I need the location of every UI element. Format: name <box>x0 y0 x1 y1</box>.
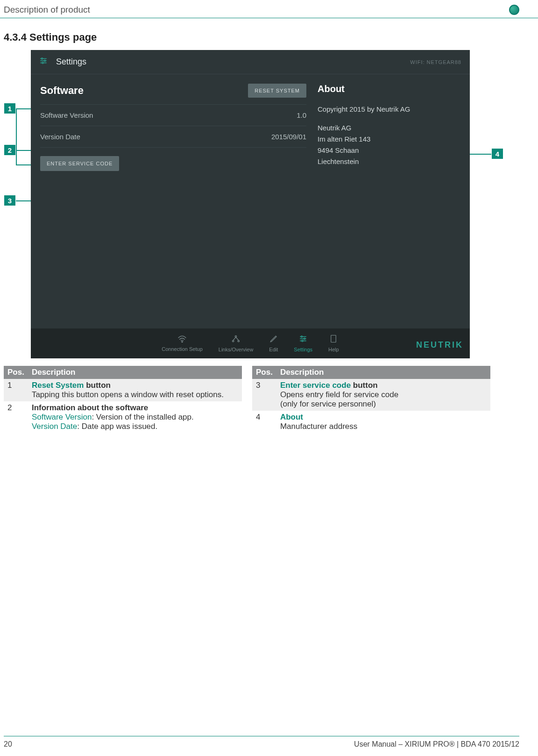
th-pos: Pos. <box>4 366 28 379</box>
callout-3: 3 <box>4 195 16 206</box>
table-row: 1 Reset System button Tapping this butto… <box>4 379 242 401</box>
callout-4: 4 <box>491 148 503 159</box>
screenshot-wrapper: 1 2 3 4 Settings WIFI: NETGEAR88 Softwar… <box>4 50 538 358</box>
sliders-icon <box>299 335 307 345</box>
app-title: Settings <box>56 57 86 67</box>
wifi-icon <box>177 335 187 345</box>
enter-service-code-button[interactable]: ENTER SERVICE CODE <box>40 156 119 171</box>
table-row: 4 About Manufacturer address <box>252 411 490 433</box>
svg-point-5 <box>42 62 43 64</box>
software-panel: Software RESET SYSTEM Software Version 1… <box>31 74 306 171</box>
about-text: Copyright 2015 by Neutrik AG Neutrik AG … <box>318 104 460 167</box>
nav-connection-setup[interactable]: Connection Setup <box>162 335 202 352</box>
svg-point-8 <box>233 340 234 342</box>
software-title: Software <box>40 85 84 97</box>
description-tables: Pos. Description 1 Reset System button T… <box>4 366 534 433</box>
row-label: Version Date <box>40 133 80 141</box>
brand-logo-icon <box>509 5 519 15</box>
section-heading: 4.3.4 Settings page <box>4 31 538 43</box>
about-title: About <box>318 84 460 94</box>
svg-rect-18 <box>331 335 336 342</box>
app-topbar: Settings WIFI: NETGEAR88 <box>31 50 470 74</box>
wifi-status: WIFI: NETGEAR88 <box>410 59 461 65</box>
description-table-left: Pos. Description 1 Reset System button T… <box>4 366 242 433</box>
th-desc: Description <box>28 366 242 379</box>
sliders-icon <box>39 57 48 67</box>
app-navbar: Connection Setup Links/Overview Edit Set… <box>31 328 470 358</box>
th-pos: Pos. <box>252 366 276 379</box>
svg-point-6 <box>182 342 183 342</box>
table-row: 2 Information about the software Softwar… <box>4 401 242 433</box>
row-label: Software Version <box>40 111 93 119</box>
about-panel: About Copyright 2015 by Neutrik AG Neutr… <box>306 74 470 171</box>
svg-point-1 <box>42 58 43 59</box>
callout-2: 2 <box>4 144 16 156</box>
svg-point-15 <box>304 338 305 340</box>
app-body: Software RESET SYSTEM Software Version 1… <box>31 74 470 171</box>
doc-id: User Manual – XIRIUM PRO® | BDA 470 2015… <box>354 740 519 749</box>
th-desc: Description <box>276 366 490 379</box>
callout-1: 1 <box>4 103 16 114</box>
nav-help[interactable]: Help <box>328 335 339 352</box>
software-header: Software RESET SYSTEM <box>40 84 306 105</box>
table-row: 3 Enter service code button Opens entry … <box>252 379 490 411</box>
brand-text: NEUTRIK <box>416 340 463 350</box>
svg-point-13 <box>301 336 303 337</box>
svg-point-9 <box>238 340 239 342</box>
callout-line <box>16 108 17 164</box>
reset-system-button[interactable]: RESET SYSTEM <box>248 84 306 98</box>
page-number: 20 <box>4 740 12 749</box>
pencil-icon <box>269 335 278 345</box>
nav-settings[interactable]: Settings <box>294 335 312 352</box>
software-row: Version Date 2015/09/01 <box>40 126 306 148</box>
breadcrumb: Description of product <box>4 5 90 15</box>
app-screenshot: Settings WIFI: NETGEAR88 Software RESET … <box>31 50 470 358</box>
page-header: Description of product <box>0 0 538 18</box>
software-row: Software Version 1.0 <box>40 105 306 126</box>
callout-line <box>469 154 491 155</box>
description-table-right: Pos. Description 3 Enter service code bu… <box>252 366 490 433</box>
svg-point-17 <box>302 340 303 342</box>
page-footer: 20 User Manual – XIRIUM PRO® | BDA 470 2… <box>4 736 519 749</box>
svg-line-11 <box>236 337 239 341</box>
svg-line-10 <box>233 337 236 341</box>
row-value: 2015/09/01 <box>271 133 306 141</box>
svg-point-3 <box>44 60 46 62</box>
row-value: 1.0 <box>297 111 306 119</box>
document-icon <box>330 335 337 345</box>
nav-edit[interactable]: Edit <box>269 335 278 352</box>
svg-point-7 <box>235 335 236 337</box>
nav-links-overview[interactable]: Links/Overview <box>219 335 254 352</box>
network-icon <box>231 335 241 345</box>
